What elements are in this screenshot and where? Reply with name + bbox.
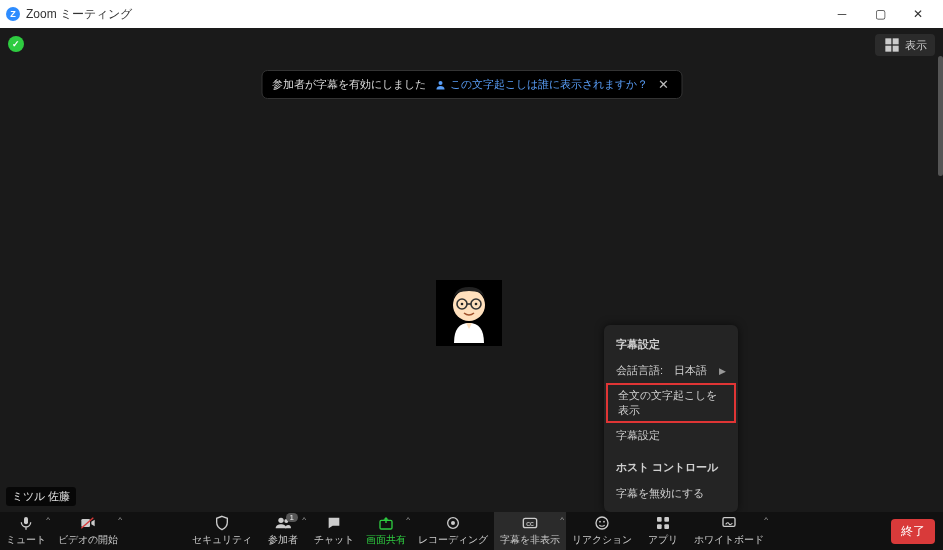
chevron-right-icon: ▶ (719, 366, 726, 376)
svg-point-24 (603, 521, 605, 523)
host-control-heading: ホスト コントロール (604, 454, 738, 481)
svg-point-23 (599, 521, 601, 523)
person-icon (434, 79, 446, 91)
chat-label: チャット (314, 533, 354, 547)
svg-rect-1 (893, 38, 899, 44)
svg-point-15 (278, 518, 283, 523)
svg-rect-26 (664, 517, 669, 522)
camera-off-icon (79, 515, 97, 531)
chevron-up-icon[interactable]: ^ (118, 515, 122, 524)
record-icon (444, 515, 462, 531)
subtitle-settings-label: 字幕設定 (616, 428, 660, 443)
security-label: セキュリティ (192, 533, 252, 547)
caption-menu: 字幕設定 会話言語: 日本語 ▶ 全文の文字起こしを表示 字幕設定 ホスト コン… (604, 325, 738, 512)
smile-icon (593, 515, 611, 531)
scrollbar-thumb[interactable] (938, 56, 943, 176)
toast-link-text: この文字起こしは誰に表示されますか？ (450, 77, 648, 92)
svg-point-10 (461, 303, 464, 306)
show-full-transcript-label: 全文の文字起こしを表示 (618, 388, 724, 418)
svg-rect-12 (24, 517, 28, 524)
view-toggle-button[interactable]: 表示 (875, 34, 935, 56)
security-button[interactable]: セキュリティ (186, 512, 258, 550)
participants-button[interactable]: ^ 1 参加者 (258, 512, 308, 550)
subtitle-settings-item[interactable]: 字幕設定 (604, 423, 738, 448)
shield-icon (213, 515, 231, 531)
chat-icon (325, 515, 343, 531)
chevron-up-icon[interactable]: ^ (302, 515, 306, 524)
record-button[interactable]: レコーディング (412, 512, 494, 550)
share-button[interactable]: ^ 画面共有 (360, 512, 412, 550)
svg-rect-3 (893, 46, 899, 52)
participants-label: 参加者 (268, 533, 298, 547)
show-full-transcript-item[interactable]: 全文の文字起こしを表示 (606, 383, 736, 423)
end-button[interactable]: 終了 (891, 519, 935, 544)
whiteboard-button[interactable]: ^ ホワイトボード (688, 512, 770, 550)
cc-icon: CC (521, 515, 539, 531)
chevron-up-icon[interactable]: ^ (764, 515, 768, 524)
avatar-icon (444, 283, 494, 343)
video-button[interactable]: ^ ビデオの開始 (52, 512, 124, 550)
apps-label: アプリ (648, 533, 678, 547)
close-button[interactable]: ✕ (899, 0, 937, 28)
chevron-up-icon[interactable]: ^ (406, 515, 410, 524)
zoom-logo: Z (6, 7, 20, 21)
whiteboard-icon (720, 515, 738, 531)
captions-label: 字幕を非表示 (500, 533, 560, 547)
mute-button[interactable]: ^ ミュート (0, 512, 52, 550)
share-label: 画面共有 (366, 533, 406, 547)
disable-subtitles-label: 字幕を無効にする (616, 486, 704, 501)
maximize-button[interactable]: ▢ (861, 0, 899, 28)
svg-rect-2 (885, 46, 891, 52)
svg-rect-28 (664, 524, 669, 529)
chat-button[interactable]: チャット (308, 512, 360, 550)
minimize-button[interactable]: ─ (823, 0, 861, 28)
spoken-lang-label: 会話言語: (616, 364, 663, 376)
spoken-language-item[interactable]: 会話言語: 日本語 ▶ (604, 358, 738, 383)
participants-count: 1 (286, 513, 298, 522)
mute-label: ミュート (6, 533, 46, 547)
mic-icon (17, 515, 35, 531)
svg-rect-13 (81, 519, 90, 527)
toast-link[interactable]: この文字起こしは誰に表示されますか？ (434, 77, 648, 92)
toast-close-icon[interactable]: ✕ (656, 77, 671, 92)
chevron-up-icon[interactable]: ^ (560, 515, 564, 524)
view-toggle-label: 表示 (905, 38, 927, 53)
video-area: 表示 参加者が字幕を有効にしました この文字起こしは誰に表示されますか？ ✕ ミ… (0, 28, 943, 512)
svg-rect-29 (723, 518, 735, 527)
window-title: Zoom ミーティング (26, 6, 132, 23)
apps-button[interactable]: アプリ (638, 512, 688, 550)
svg-rect-27 (657, 524, 662, 529)
end-label: 終了 (901, 524, 925, 538)
encryption-badge-icon[interactable] (8, 36, 24, 52)
toast-text: 参加者が字幕を有効にしました (272, 77, 426, 92)
caption-notice-toast: 参加者が字幕を有効にしました この文字起こしは誰に表示されますか？ ✕ (261, 70, 682, 99)
record-label: レコーディング (418, 533, 488, 547)
reactions-label: リアクション (572, 533, 632, 547)
whiteboard-label: ホワイトボード (694, 533, 764, 547)
svg-point-22 (596, 517, 608, 529)
svg-rect-25 (657, 517, 662, 522)
participant-name-label: ミツル 佐藤 (6, 487, 76, 506)
participant-avatar (436, 280, 502, 346)
chevron-up-icon[interactable]: ^ (46, 515, 50, 524)
svg-point-4 (438, 81, 442, 85)
svg-point-19 (451, 521, 455, 525)
disable-subtitles-item[interactable]: 字幕を無効にする (604, 481, 738, 506)
share-icon (377, 515, 395, 531)
caption-menu-heading: 字幕設定 (604, 331, 738, 358)
svg-rect-0 (885, 38, 891, 44)
captions-button[interactable]: ^ CC 字幕を非表示 (494, 512, 566, 550)
reactions-button[interactable]: リアクション (566, 512, 638, 550)
svg-text:CC: CC (526, 521, 534, 527)
svg-point-11 (475, 303, 478, 306)
video-label: ビデオの開始 (58, 533, 118, 547)
controls-bar: ^ ミュート ^ ビデオの開始 セキュリティ ^ 1 参加者 チャット ^ 画面… (0, 512, 943, 550)
spoken-lang-value: 日本語 (674, 364, 707, 376)
apps-icon (654, 515, 672, 531)
